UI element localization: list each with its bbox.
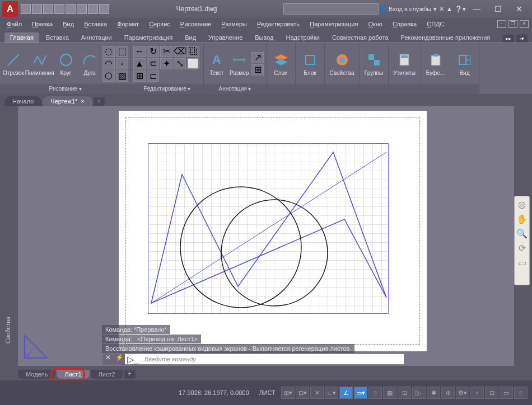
annot-leader[interactable]: ↗	[251, 52, 264, 63]
file-tab-start[interactable]: Начало	[4, 96, 41, 106]
view-button[interactable]: Вид	[452, 45, 477, 82]
status-otrack-button[interactable]: ▭▾	[354, 387, 367, 399]
status-monitor-button[interactable]: +	[470, 387, 484, 399]
panel-title-modify[interactable]: Редактирование ▾	[131, 84, 203, 94]
orbit-icon[interactable]: ⟳	[515, 241, 529, 255]
status-isolate-button[interactable]: ⊡	[485, 387, 498, 399]
command-config-icon[interactable]: ⚡	[114, 354, 125, 365]
modify-explode[interactable]: ✦	[160, 58, 172, 69]
menu-tools[interactable]: Сервис	[144, 20, 175, 29]
annot-table[interactable]: ⊞	[251, 64, 264, 76]
ribbon-tab-home[interactable]: Главная	[4, 32, 39, 43]
clipboard-button[interactable]: Буфе...	[423, 45, 447, 82]
coordinates-readout[interactable]: 17.9028, 26.1977, 0.0000	[174, 389, 253, 396]
menu-parametric[interactable]: Параметризация	[305, 20, 362, 29]
status-clean-button[interactable]: ▭	[500, 387, 513, 399]
layers-button[interactable]: Слои	[269, 45, 293, 82]
steering-wheel-icon[interactable]: ◎	[515, 197, 529, 211]
qat-print-icon[interactable]	[77, 4, 87, 14]
modify-array[interactable]: ⊞	[133, 70, 146, 82]
close-button[interactable]: ✕	[508, 1, 530, 17]
dimension-button[interactable]: Размер	[229, 45, 250, 82]
status-polar-button[interactable]: ✕	[310, 387, 324, 399]
arc-button[interactable]: Дуга	[78, 45, 101, 82]
doc-restore-button[interactable]: ❐	[508, 20, 517, 28]
status-cycling-button[interactable]: ⊡	[398, 387, 411, 399]
ribbon-tab-parametric[interactable]: Параметризация	[119, 32, 178, 43]
groups-button[interactable]: Группы	[362, 45, 386, 82]
ribbon-tab-addins[interactable]: Надстройки	[281, 32, 325, 43]
ribbon-tab-manage[interactable]: Управление	[203, 32, 248, 43]
menu-edit[interactable]: Правка	[27, 20, 57, 29]
modify-fillet[interactable]: ⊂	[147, 58, 159, 69]
modify-copy[interactable]: ⿻	[187, 46, 199, 57]
ucs-icon[interactable]	[20, 331, 52, 362]
command-input[interactable]: Введите команду	[141, 356, 404, 362]
status-custom-button[interactable]: ≡	[514, 387, 528, 399]
qat-redo-icon[interactable]	[99, 4, 109, 14]
menu-view[interactable]: Вид	[58, 20, 78, 29]
app-icon[interactable]: A	[2, 1, 18, 17]
ribbon-tab-collab[interactable]: Совместная работа	[326, 32, 394, 43]
utilities-button[interactable]: Утилиты	[391, 45, 418, 82]
modify-mirror[interactable]: ▲	[133, 58, 146, 69]
menu-spds[interactable]: СПДС	[422, 20, 449, 29]
layout-tab-model[interactable]: Модель	[18, 370, 55, 379]
draw-small-6[interactable]: ▨	[116, 70, 128, 82]
close-tab-icon[interactable]: ×	[81, 98, 84, 105]
command-line[interactable]: ✕ ⚡ ▷_ Введите команду	[102, 354, 404, 365]
status-annovisibility-button[interactable]: ✱	[427, 387, 440, 399]
modify-move[interactable]: ↔	[133, 46, 146, 57]
menu-file[interactable]: Файл	[2, 20, 26, 29]
modify-offset[interactable]: ⊏	[147, 70, 159, 82]
layout-tab-sheet2[interactable]: Лист2	[91, 370, 123, 379]
doc-close-button[interactable]: ×	[520, 20, 529, 28]
menu-insert[interactable]: Вставка	[80, 20, 111, 29]
space-indicator[interactable]: ЛИСТ	[254, 389, 281, 396]
status-annoscale-button[interactable]: ⍰▾	[412, 387, 426, 399]
status-lineweight-button[interactable]: ≡	[368, 387, 382, 399]
properties-button[interactable]: Свойства	[327, 45, 357, 82]
favorite-icon[interactable]: ▲	[446, 6, 452, 12]
properties-palette-collapsed[interactable]: Свойства	[0, 106, 18, 366]
status-autoscale-button[interactable]: ⊕	[441, 387, 455, 399]
qat-save-icon[interactable]	[43, 4, 53, 14]
ribbon-play-icon[interactable]: ▸▸	[503, 35, 514, 43]
status-transparency-button[interactable]: ▦	[383, 387, 396, 399]
line-button[interactable]: Отрезок	[2, 45, 25, 82]
panel-title-annot[interactable]: Аннотации ▾	[204, 84, 266, 94]
doc-minimize-button[interactable]: -	[497, 20, 506, 28]
minimize-button[interactable]: ―	[466, 1, 487, 17]
layout-tab-sheet1[interactable]: Лист1	[57, 370, 89, 379]
new-layout-button[interactable]: +	[124, 370, 136, 379]
modify-scale[interactable]: ⬜	[187, 58, 199, 69]
showmotion-icon[interactable]: ▭	[515, 256, 529, 269]
ribbon-tab-insert[interactable]: Вставка	[40, 32, 74, 43]
block-button[interactable]: Блок	[298, 45, 322, 82]
qat-saveas-icon[interactable]	[54, 4, 64, 14]
pan-icon[interactable]: ✋	[515, 212, 529, 225]
status-osnap-button[interactable]: ∠	[339, 387, 353, 399]
qat-cloud-icon[interactable]	[66, 4, 76, 14]
search-input[interactable]	[283, 3, 379, 15]
file-tab-drawing1[interactable]: Чертеж1*×	[43, 96, 92, 106]
user-icon[interactable]: 👤	[379, 6, 386, 13]
draw-small-5[interactable]: ⬡	[102, 70, 115, 82]
ribbon-tab-annotate[interactable]: Аннотации	[76, 32, 118, 43]
ribbon-tab-featured[interactable]: Рекомендованные приложения	[395, 32, 496, 43]
chevron-down-icon[interactable]: ▾	[433, 6, 437, 13]
panel-title-draw[interactable]: Рисование ▾	[0, 84, 130, 94]
draw-small-2[interactable]: ⬚	[116, 46, 128, 57]
draw-small-3[interactable]: ◠	[102, 58, 115, 69]
modify-stretch[interactable]: ⤡	[174, 58, 186, 69]
viewport[interactable]	[148, 143, 389, 314]
status-snap-button[interactable]: ⊡▾	[296, 387, 309, 399]
command-handle-icon[interactable]: ✕	[102, 354, 114, 365]
qat-undo-icon[interactable]	[88, 4, 98, 14]
login-button[interactable]: Вход в службы	[389, 6, 431, 12]
menu-format[interactable]: Формат	[113, 20, 143, 29]
help-icon[interactable]: ❔▾	[455, 6, 466, 13]
polyline-button[interactable]: Полилиния	[26, 45, 53, 82]
menu-modify[interactable]: Редактировать	[253, 20, 304, 29]
new-file-tab-button[interactable]: +	[94, 97, 105, 106]
